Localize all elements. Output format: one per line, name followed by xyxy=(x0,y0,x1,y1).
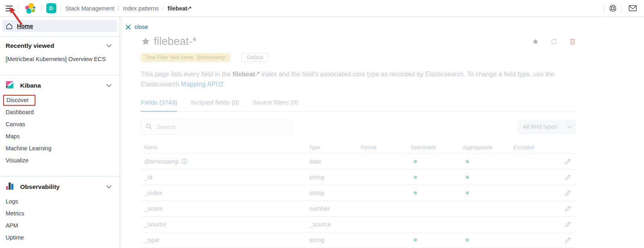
sidebar-item-uptime[interactable]: Uptime xyxy=(6,232,111,244)
enabled-dot-icon xyxy=(466,191,469,195)
tab-source[interactable]: Source filters (0) xyxy=(252,99,298,111)
edit-field-button[interactable] xyxy=(564,221,571,228)
edit-field-button[interactable] xyxy=(564,205,571,212)
sidebar-item-machine-learning[interactable]: Machine Learning xyxy=(6,142,111,154)
column-header-name: Name xyxy=(141,145,306,150)
breadcrumb-separator: / xyxy=(118,5,120,12)
search-input[interactable] xyxy=(141,119,292,135)
column-header-aggregatable: Aggregatable xyxy=(459,145,510,150)
table-row: _indexstring xyxy=(141,185,576,201)
home-icon xyxy=(6,23,13,30)
enabled-dot-icon xyxy=(466,176,469,179)
aggregatable-indicator xyxy=(459,176,510,179)
navigation-flyout: Home Recently viewed [Metricbeat Kuberne… xyxy=(0,17,120,248)
enabled-dot-icon xyxy=(414,176,417,179)
field-name: @timestamp xyxy=(141,158,306,165)
help-button[interactable] xyxy=(604,0,621,16)
time-filter-badge: Time Filter field name: '@timestamp' xyxy=(141,53,230,62)
fields-table: NameTypeFormatSearchableAggregatableExcl… xyxy=(141,141,576,248)
annotation-highlight-box: Discover xyxy=(3,95,35,106)
column-header-format: Format xyxy=(357,145,407,150)
menu-toggle-button[interactable] xyxy=(0,0,19,16)
close-icon xyxy=(126,25,131,30)
enabled-dot-icon xyxy=(414,238,417,242)
time-field-icon xyxy=(182,158,188,164)
sidebar-item-discover[interactable]: Discover xyxy=(6,94,111,106)
field-type-filter-value: All field types xyxy=(523,123,557,130)
searchable-indicator xyxy=(407,176,459,179)
field-type: string xyxy=(306,236,357,244)
chevron-down-icon[interactable] xyxy=(106,44,111,47)
enabled-dot-icon xyxy=(466,160,469,163)
chevron-down-icon[interactable] xyxy=(106,84,111,87)
close-button[interactable]: close xyxy=(126,24,148,30)
elastic-logo[interactable] xyxy=(19,2,41,14)
set-default-button[interactable] xyxy=(532,38,539,45)
observability-logo xyxy=(6,182,14,190)
sidebar-item-maps[interactable]: Maps xyxy=(6,130,111,142)
refresh-fields-button[interactable] xyxy=(551,38,557,45)
edit-icon xyxy=(565,174,571,180)
sidebar-section: Recently viewed [Metricbeat Kubernetes] … xyxy=(0,37,120,70)
searchable-indicator xyxy=(407,191,459,195)
sidebar-section-title: Kibana xyxy=(20,82,100,89)
sidebar-item-visualize[interactable]: Visualize xyxy=(6,154,111,166)
breadcrumb-item: filebeat-* xyxy=(167,5,191,12)
tab-scripted[interactable]: Scripted fields (0) xyxy=(190,99,239,111)
field-name: _score xyxy=(141,205,306,212)
field-type-filter[interactable]: All field types xyxy=(518,119,576,134)
chevron-down-icon[interactable] xyxy=(106,185,111,189)
newsfeed-button[interactable] xyxy=(621,0,644,16)
field-type: _source xyxy=(306,221,357,228)
edit-icon xyxy=(565,221,571,228)
tab-bar: Fields (3743)Scripted fields (0)Source f… xyxy=(141,99,576,112)
field-type: string xyxy=(306,174,357,181)
mapping-api-link[interactable]: Mapping API xyxy=(181,81,218,88)
column-header-type: Type xyxy=(306,145,357,150)
sidebar-section: Kibana DiscoverDashboardCanvasMapsMachin… xyxy=(0,75,120,172)
aggregatable-indicator xyxy=(459,160,510,163)
sidebar-item-canvas[interactable]: Canvas xyxy=(6,118,111,130)
edit-icon xyxy=(565,158,571,165)
aggregatable-indicator xyxy=(459,238,510,242)
table-row: _idstring xyxy=(141,170,576,185)
sidebar-item-metricbeat-kubernetes-overview-ecs[interactable]: [Metricbeat Kubernetes] Overview ECS xyxy=(6,53,111,65)
searchable-indicator xyxy=(407,160,459,163)
sidebar-item-metrics[interactable]: Metrics xyxy=(6,207,111,219)
space-avatar[interactable]: D xyxy=(46,3,56,13)
default-star-icon xyxy=(141,37,151,46)
top-navigation-bar: D Stack Management/Index patterns/filebe… xyxy=(0,0,644,17)
hamburger-icon xyxy=(6,5,13,12)
sidebar-item-apm[interactable]: APM xyxy=(6,219,111,232)
edit-icon xyxy=(565,205,571,212)
search-icon xyxy=(146,123,152,130)
breadcrumb-item[interactable]: Index patterns xyxy=(123,5,159,12)
trash-icon xyxy=(570,38,576,45)
field-name: _index xyxy=(141,189,306,197)
sidebar-section-heading[interactable]: Observability xyxy=(6,182,111,192)
tab-fields[interactable]: Fields (3743) xyxy=(141,99,177,112)
sidebar-item-home[interactable]: Home xyxy=(2,20,117,32)
index-pattern-panel: filebeat-* Time Filter field name: '@tim… xyxy=(141,35,576,248)
edit-icon xyxy=(565,190,571,196)
column-header-excluded: Excluded xyxy=(510,145,551,150)
edit-field-button[interactable] xyxy=(564,189,571,196)
envelope-icon xyxy=(629,5,637,11)
delete-pattern-button[interactable] xyxy=(569,38,576,45)
sidebar-section-heading[interactable]: Recently viewed xyxy=(6,42,111,49)
field-name: _id xyxy=(141,174,306,181)
breadcrumb-item[interactable]: Stack Management xyxy=(66,5,114,12)
edit-field-button[interactable] xyxy=(564,158,571,165)
sidebar-section-heading[interactable]: Kibana xyxy=(6,81,111,90)
close-label: close xyxy=(134,24,148,30)
default-badge: Default xyxy=(242,53,269,62)
sidebar-section-title: Observability xyxy=(20,183,100,191)
sidebar-item-logs[interactable]: Logs xyxy=(6,195,111,207)
edit-field-button[interactable] xyxy=(564,174,571,180)
enabled-dot-icon xyxy=(414,191,417,195)
edit-field-button[interactable] xyxy=(564,236,571,243)
field-name: _type xyxy=(141,236,306,244)
edit-icon xyxy=(565,237,571,243)
table-row: _scorenumber xyxy=(141,201,576,217)
sidebar-item-dashboard[interactable]: Dashboard xyxy=(6,106,111,118)
